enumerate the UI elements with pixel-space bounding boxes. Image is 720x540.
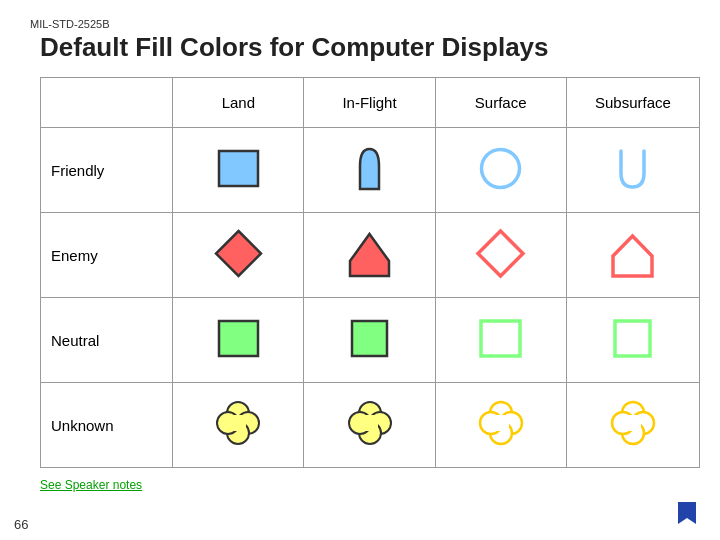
cell-neutral-surface	[435, 298, 566, 383]
speaker-notes-link[interactable]: See Speaker notes	[40, 478, 690, 492]
svg-rect-14	[230, 415, 246, 431]
svg-marker-4	[478, 231, 523, 276]
svg-rect-7	[352, 321, 387, 356]
cell-unknown-inflight	[304, 383, 435, 468]
cell-enemy-inflight	[304, 213, 435, 298]
main-table: Land In-Flight Surface Subsurface Friend…	[40, 77, 700, 468]
col-header-inflight: In-Flight	[304, 78, 435, 128]
svg-point-1	[482, 149, 520, 187]
svg-rect-29	[625, 415, 641, 431]
label-unknown: Unknown	[41, 383, 173, 468]
cell-friendly-land	[173, 128, 304, 213]
svg-rect-8	[481, 321, 520, 356]
label-enemy: Enemy	[41, 213, 173, 298]
svg-rect-24	[493, 415, 509, 431]
col-header-subsurface: Subsurface	[566, 78, 699, 128]
label-neutral: Neutral	[41, 298, 173, 383]
cell-neutral-subsurface	[566, 298, 699, 383]
standard-label: MIL-STD-2525B	[30, 18, 690, 30]
svg-rect-19	[362, 415, 378, 431]
col-header-land: Land	[173, 78, 304, 128]
cell-friendly-subsurface	[566, 128, 699, 213]
col-header-surface: Surface	[435, 78, 566, 128]
cell-unknown-land	[173, 383, 304, 468]
svg-marker-3	[350, 234, 389, 276]
page-title: Default Fill Colors for Computer Display…	[30, 32, 690, 63]
svg-marker-2	[216, 231, 261, 276]
cell-friendly-surface	[435, 128, 566, 213]
page-number: 66	[14, 517, 28, 532]
svg-rect-6	[219, 321, 258, 356]
page: MIL-STD-2525B Default Fill Colors for Co…	[0, 0, 720, 502]
cell-unknown-subsurface	[566, 383, 699, 468]
row-enemy: Enemy	[41, 213, 700, 298]
cell-enemy-subsurface	[566, 213, 699, 298]
cell-enemy-land	[173, 213, 304, 298]
col-header-empty	[41, 78, 173, 128]
row-unknown: Unknown	[41, 383, 700, 468]
svg-marker-5	[613, 236, 652, 276]
cell-unknown-surface	[435, 383, 566, 468]
svg-rect-9	[615, 321, 650, 356]
bookmark-icon	[672, 498, 702, 532]
cell-neutral-land	[173, 298, 304, 383]
cell-neutral-inflight	[304, 298, 435, 383]
label-friendly: Friendly	[41, 128, 173, 213]
row-friendly: Friendly	[41, 128, 700, 213]
cell-friendly-inflight	[304, 128, 435, 213]
row-neutral: Neutral	[41, 298, 700, 383]
svg-rect-0	[219, 151, 258, 186]
cell-enemy-surface	[435, 213, 566, 298]
